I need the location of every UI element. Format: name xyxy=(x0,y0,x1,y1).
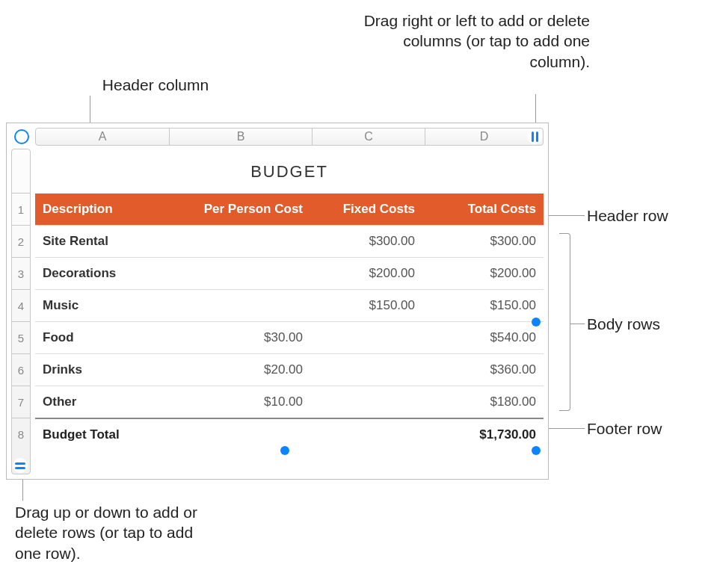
table-row[interactable]: Decorations $200.00 $200.00 xyxy=(35,257,544,289)
callout-column-drag: Drag right or left to add or delete colu… xyxy=(343,10,590,72)
spreadsheet-table[interactable]: A B C D 1 2 3 4 5 6 7 8 BUDGET Descripti… xyxy=(6,123,549,480)
cell-description[interactable]: Music xyxy=(35,290,168,321)
cell-total[interactable]: $360.00 xyxy=(422,354,544,386)
footer-cell-description[interactable]: Budget Total xyxy=(35,419,168,451)
table-row[interactable]: Music $150.00 $150.00 xyxy=(35,289,544,321)
selection-dot[interactable] xyxy=(532,318,541,327)
footer-cell-per-person[interactable] xyxy=(168,419,310,451)
table-corner-handle[interactable] xyxy=(14,129,29,144)
table-row[interactable]: Other $10.00 $180.00 xyxy=(35,386,544,418)
callout-header-column: Header column xyxy=(81,75,230,95)
leader-line xyxy=(570,324,585,324)
cell-total[interactable]: $150.00 xyxy=(422,290,544,321)
header-cell-description[interactable]: Description xyxy=(35,194,168,225)
footer-cell-fixed[interactable] xyxy=(310,419,422,451)
header-cell-total[interactable]: Total Costs xyxy=(422,194,544,225)
callout-footer-row: Footer row xyxy=(587,418,662,439)
cell-fixed[interactable] xyxy=(310,386,422,418)
cell-total[interactable]: $200.00 xyxy=(422,258,544,289)
row-header-5[interactable]: 5 xyxy=(12,322,30,354)
leader-line xyxy=(535,94,536,123)
column-header-bar[interactable]: A B C D xyxy=(35,128,544,146)
selection-dot[interactable] xyxy=(280,446,289,455)
row-header-7[interactable]: 7 xyxy=(12,386,30,418)
cell-total[interactable]: $300.00 xyxy=(422,226,544,257)
cell-fixed[interactable] xyxy=(310,322,422,353)
table-header-row[interactable]: Description Per Person Cost Fixed Costs … xyxy=(35,194,544,225)
cell-description[interactable]: Other xyxy=(35,386,168,418)
header-cell-fixed[interactable]: Fixed Costs xyxy=(310,194,422,225)
cell-description[interactable]: Drinks xyxy=(35,354,168,386)
cell-per-person[interactable]: $20.00 xyxy=(168,354,310,386)
cell-fixed[interactable]: $200.00 xyxy=(310,258,422,289)
row-header-3[interactable]: 3 xyxy=(12,258,30,290)
cell-per-person[interactable]: $30.00 xyxy=(168,322,310,353)
cell-total[interactable]: $180.00 xyxy=(422,386,544,418)
row-header-4[interactable]: 4 xyxy=(12,290,30,322)
leader-line xyxy=(22,478,23,501)
table-row[interactable]: Drinks $20.00 $360.00 xyxy=(35,353,544,386)
column-header-B[interactable]: B xyxy=(170,129,313,145)
row-header-2[interactable]: 2 xyxy=(12,226,30,258)
cell-per-person[interactable] xyxy=(168,258,310,289)
callout-row-drag: Drag up or down to add or delete rows (o… xyxy=(15,502,209,563)
column-header-A[interactable]: A xyxy=(36,129,170,145)
row-drag-handle-icon[interactable] xyxy=(13,458,28,473)
cell-per-person[interactable] xyxy=(168,226,310,257)
footer-cell-total[interactable]: $1,730.00 xyxy=(422,419,544,451)
table-grid: BUDGET Description Per Person Cost Fixed… xyxy=(35,150,544,474)
row-header-1[interactable]: 1 xyxy=(12,194,30,226)
row-header-6[interactable]: 6 xyxy=(12,354,30,386)
table-row[interactable]: Food $30.00 $540.00 xyxy=(35,321,544,353)
callout-header-row: Header row xyxy=(587,205,668,226)
cell-description[interactable]: Decorations xyxy=(35,258,168,289)
header-cell-per-person[interactable]: Per Person Cost xyxy=(168,194,310,225)
cell-description[interactable]: Site Rental xyxy=(35,226,168,257)
cell-fixed[interactable]: $150.00 xyxy=(310,290,422,321)
table-title[interactable]: BUDGET xyxy=(35,150,544,194)
cell-description[interactable]: Food xyxy=(35,322,168,353)
cell-per-person[interactable]: $10.00 xyxy=(168,386,310,418)
callout-body-rows: Body rows xyxy=(587,314,660,334)
table-row[interactable]: Site Rental $300.00 $300.00 xyxy=(35,225,544,257)
cell-per-person[interactable] xyxy=(168,290,310,321)
cell-total[interactable]: $540.00 xyxy=(422,322,544,353)
column-header-D[interactable]: D xyxy=(425,129,543,145)
row-header-gap xyxy=(12,149,30,194)
column-drag-handle-icon[interactable] xyxy=(527,129,542,144)
table-footer-row[interactable]: Budget Total $1,730.00 xyxy=(35,418,544,451)
cell-fixed[interactable]: $300.00 xyxy=(310,226,422,257)
selection-dot[interactable] xyxy=(532,446,541,455)
row-header-8[interactable]: 8 xyxy=(12,418,30,450)
column-header-C[interactable]: C xyxy=(313,129,425,145)
row-header-bar[interactable]: 1 2 3 4 5 6 7 8 xyxy=(11,149,31,474)
cell-fixed[interactable] xyxy=(310,354,422,386)
bracket-body-rows xyxy=(559,233,570,411)
